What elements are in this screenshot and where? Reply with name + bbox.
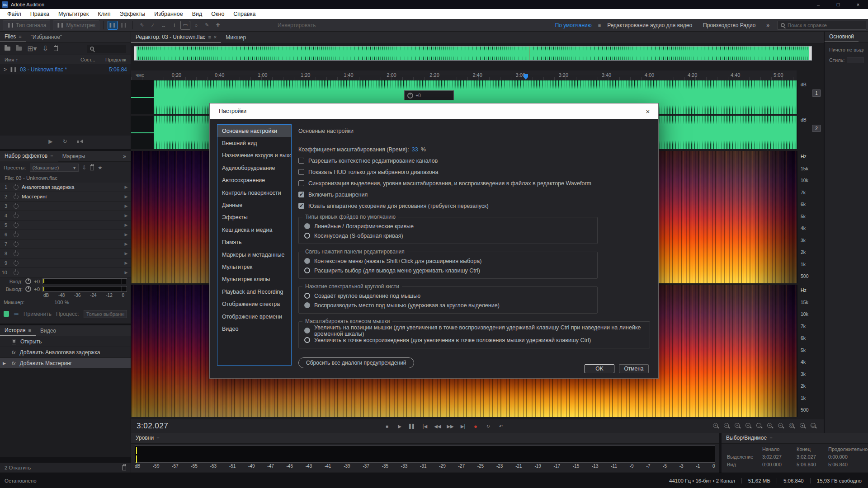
checkbox-label: Включить расширения	[308, 192, 368, 198]
checkbox-label: Синхронизация выделения, уровня масштаби…	[308, 180, 591, 187]
radio-row[interactable]: Увеличить в точке воспроизведения (для у…	[304, 337, 644, 343]
settings-category[interactable]: Мультитрек	[217, 261, 291, 273]
settings-category[interactable]: Память	[217, 236, 291, 249]
radio-row[interactable]: Расширить выбор (для вывода меню удержив…	[304, 267, 592, 274]
group-mouse-wheel-zoom: Масштабировать колесом мышки Увеличить н…	[298, 321, 650, 348]
cancel-button[interactable]: Отмена	[619, 364, 649, 373]
checkbox-checked-icon[interactable]	[298, 203, 304, 209]
checkbox-row[interactable]: Показать HUD только для выбранного диапа…	[298, 169, 650, 175]
modal-layer: Настройки × Основные настройкиВнешний ви…	[0, 0, 868, 488]
settings-dialog: Настройки × Основные настройкиВнешний ви…	[209, 103, 659, 379]
checkbox-label: Разрешить контекстное редактирование кан…	[308, 158, 438, 164]
checkbox-row[interactable]: Включить расширения	[298, 191, 650, 198]
radio-row[interactable]: Увеличить на позиции мышки (для увеличен…	[304, 327, 644, 334]
checkbox-icon[interactable]	[298, 180, 304, 186]
radio-icon[interactable]	[304, 233, 310, 239]
settings-category[interactable]: Назначение входов и выходов	[217, 150, 291, 162]
settings-category[interactable]: Автосохранение	[217, 174, 291, 187]
settings-pane-title: Основные настройки	[298, 123, 650, 138]
scale-factor-value[interactable]: 33	[412, 146, 418, 153]
group-title: Масштабировать колесом мышки	[302, 318, 392, 324]
checkbox-row[interactable]: Юзать аппаратное ускорение для рисования…	[298, 202, 650, 209]
radio-row[interactable]: Косинусоида (S-образная кривая)	[304, 232, 592, 239]
radio-label: Контекстное меню (нажать Shift+Click для…	[314, 258, 481, 264]
radio-label: Воспроизводить место под мышью (удержива…	[314, 302, 500, 309]
settings-category[interactable]: Основные настройки	[217, 125, 291, 137]
radio-label: Расширить выбор (для вывода меню удержив…	[314, 267, 480, 274]
dialog-title: Настройки	[219, 108, 246, 114]
group-title: Типы кривых фэйдов по умолчанию	[302, 214, 398, 220]
ok-button[interactable]: OK	[585, 364, 614, 373]
checkbox-label: Юзать аппаратное ускорение для рисования…	[308, 203, 489, 209]
settings-category[interactable]: Контроль поверхности	[217, 187, 291, 199]
radio-label: Создаёт круглое выделение под мышью	[314, 293, 420, 299]
settings-category[interactable]: Данные	[217, 199, 291, 211]
settings-category[interactable]: Внешний вид	[217, 137, 291, 149]
radio-label: Косинусоида (S-образная кривая)	[314, 233, 403, 239]
checkbox-row[interactable]: Синхронизация выделения, уровня масштаби…	[298, 180, 650, 187]
radio-selected-icon[interactable]	[304, 328, 310, 333]
settings-category[interactable]: Видео	[217, 323, 291, 335]
group-editor-click-link: Связь нажатия панели редактирования Конт…	[298, 252, 598, 279]
radio-row[interactable]: Линейные / Логарифмические кривые	[304, 223, 592, 230]
group-spectral-brush-click: Нажатие спектральной круглой кисти Созда…	[298, 286, 598, 314]
settings-category[interactable]: Playback and Recording	[217, 286, 291, 298]
scale-factor-unit: %	[421, 146, 426, 153]
radio-row[interactable]: Контекстное меню (нажать Shift+Click для…	[304, 258, 592, 264]
dialog-close-icon[interactable]: ×	[637, 103, 658, 119]
checkbox-row[interactable]: Разрешить контекстное редактирование кан…	[298, 157, 650, 164]
group-title: Связь нажатия панели редактирования	[302, 249, 407, 255]
dialog-titlebar: Настройки ×	[210, 103, 658, 119]
radio-row[interactable]: Воспроизводить место под мышью (удержива…	[304, 302, 592, 309]
radio-row[interactable]: Создаёт круглое выделение под мышью	[304, 292, 592, 299]
checkbox-label: Показать HUD только для выбранного диапа…	[308, 169, 438, 175]
radio-label: Увеличить на позиции мышки (для увеличен…	[314, 324, 644, 337]
radio-icon[interactable]	[304, 267, 310, 273]
radio-label: Линейные / Логарифмические кривые	[314, 223, 414, 230]
radio-icon[interactable]	[304, 293, 310, 299]
settings-category[interactable]: Отображение спектра	[217, 298, 291, 310]
reset-warning-dialogs-button[interactable]: Сбросить все диалоги предупреждений	[298, 357, 414, 368]
radio-icon[interactable]	[304, 337, 310, 343]
radio-selected-icon[interactable]	[304, 223, 310, 229]
radio-label: Увеличить в точке воспроизведения (для у…	[314, 337, 591, 343]
checkbox-checked-icon[interactable]	[298, 192, 304, 197]
checkbox-icon[interactable]	[298, 169, 304, 175]
checkbox-icon[interactable]	[298, 158, 304, 164]
radio-selected-icon[interactable]	[304, 258, 310, 264]
settings-category[interactable]: Отображение времени	[217, 310, 291, 323]
group-title: Нажатие спектральной круглой кисти	[302, 283, 402, 290]
settings-category[interactable]: Маркеры и метаданные	[217, 249, 291, 261]
scale-factor-label: Коэффициент масштабирования (Время):	[298, 146, 409, 153]
settings-category[interactable]: Аудиооборудование	[217, 162, 291, 174]
radio-selected-icon[interactable]	[304, 302, 310, 308]
settings-content: Основные настройки Коэффициент масштабир…	[298, 123, 650, 357]
settings-category-list: Основные настройкиВнешний видНазначение …	[217, 124, 292, 366]
settings-category[interactable]: Кеш диска и медиа	[217, 224, 291, 236]
settings-category[interactable]: Мультитрек клипы	[217, 273, 291, 286]
settings-category[interactable]: Эффекты	[217, 211, 291, 224]
group-fade-curve-types: Типы кривых фэйдов по умолчанию Линейные…	[298, 217, 598, 244]
